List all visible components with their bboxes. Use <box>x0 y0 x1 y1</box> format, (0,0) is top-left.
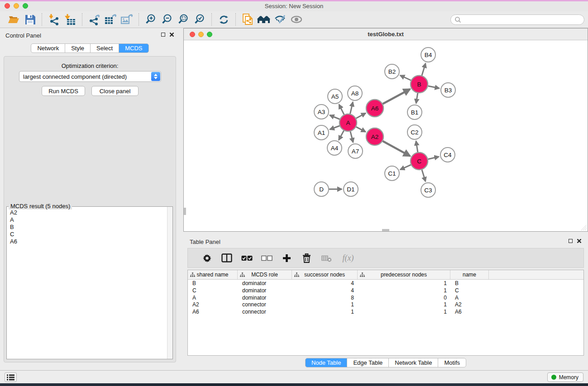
mcds-result-scrollbar[interactable] <box>167 207 172 359</box>
gear-icon[interactable] <box>197 250 217 266</box>
node-D[interactable]: D <box>314 182 329 196</box>
refresh-icon[interactable] <box>215 13 232 26</box>
open-file-icon[interactable] <box>5 13 22 26</box>
node-B1[interactable]: B1 <box>407 105 422 119</box>
export-image-icon[interactable] <box>119 13 135 26</box>
mcds-result-item[interactable]: A2 <box>10 209 164 216</box>
edge-A-A3[interactable] <box>330 115 340 119</box>
node-A7[interactable]: A7 <box>348 144 363 158</box>
node-C4[interactable]: C4 <box>440 148 455 162</box>
mcds-result-item[interactable]: A <box>10 216 164 224</box>
edge-B-B4[interactable] <box>422 63 425 76</box>
network-window-titlebar[interactable]: testGlobe.txt <box>184 29 588 40</box>
tab-network[interactable]: Network <box>31 43 65 53</box>
split-table-icon[interactable] <box>217 250 237 266</box>
node-C2[interactable]: C2 <box>407 125 422 139</box>
node-A2[interactable]: A2 <box>366 128 383 145</box>
delete-table-icon[interactable] <box>316 250 336 266</box>
edge-A-A7[interactable] <box>350 131 353 142</box>
node-C3[interactable]: C3 <box>421 183 435 197</box>
resize-grip-icon[interactable] <box>581 225 587 231</box>
node-A8[interactable]: A8 <box>348 86 362 100</box>
node-A[interactable]: A <box>339 114 357 131</box>
column-header-predecessor-nodes[interactable]: predecessor nodes <box>358 270 450 279</box>
canvas-bottom-scroll-tick[interactable] <box>382 229 389 231</box>
tab-node-table[interactable]: Node Table <box>305 358 348 367</box>
criterion-dropdown[interactable]: largest connected component (directed) <box>19 71 161 82</box>
import-network-icon[interactable] <box>46 13 62 26</box>
tab-network-table[interactable]: Network Table <box>388 358 438 367</box>
column-header-mcds-role[interactable]: MCDS role <box>238 270 292 279</box>
node-B4[interactable]: B4 <box>421 48 435 62</box>
edge-A-A6[interactable] <box>356 113 366 119</box>
node-B3[interactable]: B3 <box>441 83 455 97</box>
node-A3[interactable]: A3 <box>314 105 329 119</box>
import-table-icon[interactable] <box>62 13 78 26</box>
trash-icon[interactable] <box>296 250 316 266</box>
plus-icon[interactable] <box>277 250 296 266</box>
mcds-result-item[interactable]: B <box>10 224 164 231</box>
tab-style[interactable]: Style <box>65 43 91 53</box>
zoom-out-icon[interactable] <box>159 13 175 26</box>
edge-A2-C[interactable] <box>383 141 410 156</box>
houses-icon[interactable] <box>256 13 272 26</box>
node-A4[interactable]: A4 <box>327 141 342 155</box>
column-header-shared-name[interactable]: shared name <box>188 270 238 279</box>
function-builder-icon[interactable]: f(x) <box>343 253 354 263</box>
eye-icon[interactable] <box>288 13 305 26</box>
float-panel-icon[interactable] <box>161 33 165 37</box>
mcds-result-item[interactable]: A6 <box>10 238 164 245</box>
run-mcds-button[interactable]: Run MCDS <box>42 86 85 96</box>
node-A5[interactable]: A5 <box>328 89 342 104</box>
memory-button[interactable]: Memory <box>547 372 583 382</box>
close-panel-button[interactable]: Close panel <box>91 86 139 96</box>
network-from-file-icon[interactable] <box>239 13 256 26</box>
column-header-successor-nodes[interactable]: successor nodes <box>292 270 358 279</box>
edge-B-B2[interactable] <box>400 76 411 81</box>
node-A1[interactable]: A1 <box>314 125 329 140</box>
canvas-left-scroll-tick[interactable] <box>184 208 186 215</box>
zoom-in-icon[interactable] <box>143 13 159 26</box>
node-B2[interactable]: B2 <box>385 64 399 79</box>
tab-mcds[interactable]: MCDS <box>119 43 148 53</box>
table-row[interactable]: Adominator80A <box>188 294 583 301</box>
close-panel-icon[interactable] <box>169 32 174 37</box>
table-row[interactable]: Cdominator41C <box>188 287 583 294</box>
edge-C-C1[interactable] <box>400 165 411 170</box>
task-history-button[interactable] <box>5 372 17 382</box>
zoom-fit-icon[interactable] <box>175 13 191 26</box>
mcds-result-item[interactable]: C <box>10 231 164 238</box>
tab-select[interactable]: Select <box>90 43 119 53</box>
edge-A-A8[interactable] <box>350 102 353 114</box>
search-input[interactable] <box>450 14 584 25</box>
visibility-off-icon[interactable] <box>272 13 288 26</box>
table-row[interactable]: A2connector11A2 <box>188 301 583 308</box>
edge-B-B1[interactable] <box>416 93 418 104</box>
table-row[interactable]: A6connector11A6 <box>188 308 583 315</box>
tab-edge-table[interactable]: Edge Table <box>347 358 389 367</box>
edge-A6-B[interactable] <box>383 89 410 104</box>
edge-C-C3[interactable] <box>422 170 425 181</box>
edge-A-A5[interactable] <box>339 105 344 114</box>
table-row[interactable]: Bdominator41B <box>188 280 583 287</box>
save-session-icon[interactable] <box>22 13 38 26</box>
edge-B-B3[interactable] <box>428 86 440 88</box>
tab-motifs[interactable]: Motifs <box>438 358 466 367</box>
network-canvas[interactable]: AA1A2A3A4A5A6A7A8BB1B2B3B4CC1C2C3C4DD1 <box>184 40 588 231</box>
node-D1[interactable]: D1 <box>344 182 358 196</box>
unchecked-boxes-icon[interactable] <box>257 250 277 266</box>
checked-boxes-icon[interactable] <box>237 250 257 266</box>
edge-A-A4[interactable] <box>339 131 344 140</box>
zoom-selected-icon[interactable] <box>191 13 208 26</box>
edge-A-A2[interactable] <box>356 127 366 132</box>
export-network-icon[interactable] <box>86 13 102 26</box>
column-header-name[interactable]: name <box>450 270 489 279</box>
edge-A-A1[interactable] <box>330 126 340 129</box>
float-table-panel-icon[interactable] <box>569 239 573 243</box>
node-A6[interactable]: A6 <box>366 100 383 117</box>
edge-C-C4[interactable] <box>428 157 439 159</box>
close-table-panel-icon[interactable] <box>577 238 582 243</box>
export-table-icon[interactable] <box>102 13 119 26</box>
node-C1[interactable]: C1 <box>385 166 399 181</box>
node-C[interactable]: C <box>411 152 428 170</box>
